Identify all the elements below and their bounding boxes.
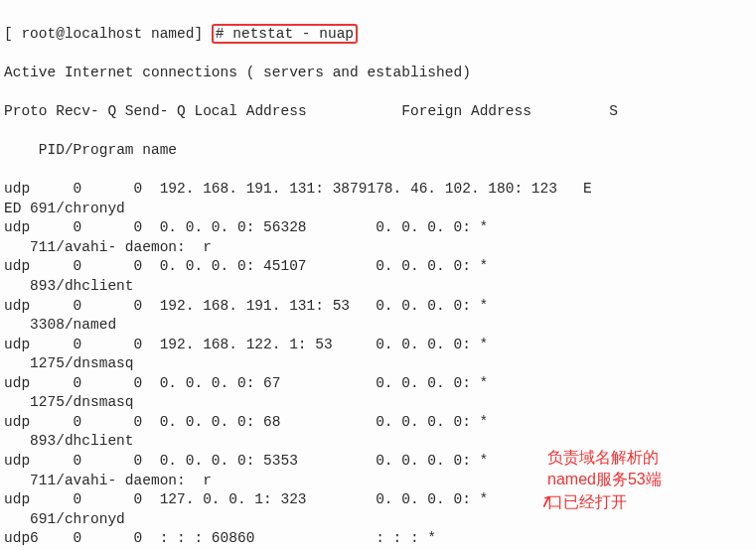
subtitle: Active Internet connections ( servers an…: [4, 64, 752, 83]
header-row-2: PID/Program name: [4, 141, 752, 161]
table-row-pid: ED 691/chronyd: [4, 200, 752, 219]
table-row: udp 0 0 192. 168. 191. 131: 3879178. 46.…: [4, 180, 752, 200]
table-row-pid: 3308/named: [4, 316, 752, 336]
table-row-pid: 711/avahi- daemon: r: [4, 238, 752, 258]
table-row: udp 0 0 0. 0. 0. 0: 45107 0. 0. 0. 0: *: [4, 257, 752, 277]
header-row: Proto Recv- Q Send- Q Local Address Fore…: [4, 102, 752, 122]
table-row-pid: 893/dhclient: [4, 277, 752, 297]
table-row: udp 0 0 0. 0. 0. 0: 67 0. 0. 0. 0: *: [4, 374, 752, 394]
prompt: [ root@localhost named]: [4, 26, 203, 42]
annotation-text: 负责域名解析的 named服务53端 口已经打开: [547, 447, 686, 513]
table-row: udp6 0 0 : : : 60860 : : : *: [4, 529, 752, 549]
table-row: udp 0 0 192. 168. 122. 1: 53 0. 0. 0. 0:…: [4, 336, 752, 355]
command-text: netstat - nuap: [232, 26, 354, 42]
table-row: udp 0 0 192. 168. 191. 131: 53 0. 0. 0. …: [4, 297, 752, 317]
command-highlight: # netstat - nuap: [212, 24, 358, 45]
table-row: udp 0 0 0. 0. 0. 0: 68 0. 0. 0. 0: *: [4, 413, 752, 433]
table-row: udp 0 0 0. 0. 0. 0: 56328 0. 0. 0. 0: *: [4, 218, 752, 238]
table-row-pid: 1275/dnsmasq: [4, 354, 752, 374]
table-row-pid: 1275/dnsmasq: [4, 393, 752, 413]
